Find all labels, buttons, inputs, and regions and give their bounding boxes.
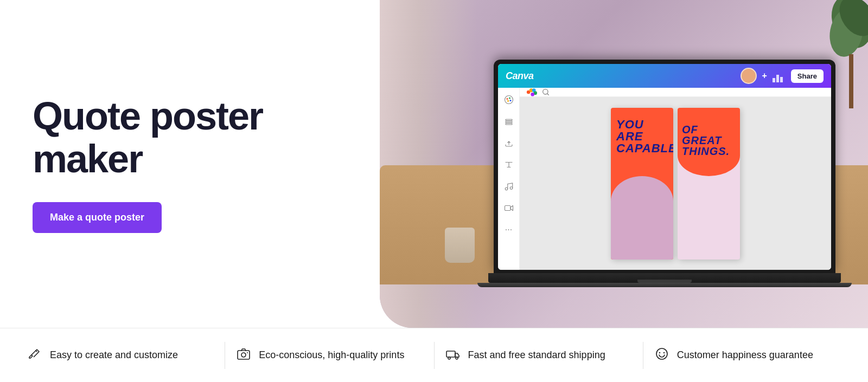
- editor-toolbar: [520, 88, 831, 97]
- svg-rect-9: [506, 119, 512, 120]
- hero-title-line1: Quote poster: [33, 94, 263, 138]
- user-avatar: [741, 68, 757, 84]
- svg-point-12: [505, 187, 508, 190]
- svg-rect-14: [505, 206, 510, 211]
- poster-1: YOU ARE CAPABLE: [611, 108, 673, 260]
- laptop-screen-wrapper: Canva + Share: [494, 60, 835, 273]
- coffee-cup: [445, 228, 475, 263]
- pencil-ruler-icon: [27, 346, 42, 365]
- footer-divider-3: [643, 342, 643, 369]
- svg-point-5: [506, 98, 508, 100]
- add-button[interactable]: +: [762, 71, 767, 81]
- canva-topbar: Canva + Share: [498, 64, 831, 88]
- footer-text-1: Easy to create and customize: [50, 349, 178, 361]
- hero-title-line2: maker: [33, 137, 142, 180]
- smile-icon: [654, 346, 669, 365]
- footer-divider-1: [225, 342, 225, 369]
- footer-text-4: Customer happiness guarantee: [677, 349, 813, 361]
- sidebar-more-icon[interactable]: ···: [502, 223, 515, 236]
- search-icon[interactable]: [541, 88, 550, 96]
- svg-rect-11: [506, 124, 512, 125]
- svg-point-8: [507, 100, 509, 102]
- footer-text-2: Eco-conscious, high-quality prints: [259, 349, 404, 361]
- svg-rect-26: [238, 351, 250, 359]
- laptop-bottom-edge: [477, 283, 852, 287]
- editor-sidebar: ···: [498, 88, 520, 270]
- svg-point-32: [656, 348, 667, 359]
- svg-point-6: [509, 98, 510, 99]
- svg-point-33: [659, 352, 660, 353]
- camera-icon: [236, 346, 251, 365]
- sidebar-text-icon[interactable]: [502, 158, 515, 171]
- footer-bar: Easy to create and customize Eco-conscio…: [0, 328, 868, 382]
- svg-point-28: [247, 352, 248, 353]
- canvas-area: YOU ARE CAPABLE OF GREAT THINGS.: [520, 97, 831, 270]
- svg-point-30: [448, 357, 450, 359]
- sidebar-upload-icon[interactable]: [502, 137, 515, 150]
- laptop-screen: Canva + Share: [498, 64, 831, 270]
- laptop: Canva + Share: [477, 60, 852, 287]
- laptop-base: [488, 273, 841, 283]
- svg-rect-10: [506, 121, 512, 122]
- poster-2: OF GREAT THINGS.: [678, 108, 740, 260]
- svg-point-7: [509, 100, 511, 101]
- footer-divider-2: [434, 342, 435, 369]
- poster-1-shape: [611, 176, 673, 260]
- editor-area: ···: [498, 88, 831, 270]
- color-palette-icon[interactable]: [526, 88, 537, 96]
- stats-icon: [773, 69, 786, 82]
- svg-point-34: [663, 352, 665, 353]
- share-button[interactable]: Share: [791, 69, 824, 83]
- truck-icon: [445, 346, 461, 365]
- footer-item-3: Fast and free standard shipping: [445, 346, 632, 365]
- cta-button[interactable]: Make a quote poster: [33, 202, 162, 233]
- sidebar-music-icon[interactable]: [502, 180, 515, 193]
- poster-1-text: YOU ARE CAPABLE: [616, 119, 668, 154]
- svg-point-4: [505, 96, 513, 104]
- sidebar-palette-icon[interactable]: [502, 93, 515, 106]
- footer-item-2: Eco-conscious, high-quality prints: [236, 346, 423, 365]
- footer-item-4: Customer happiness guarantee: [654, 346, 841, 365]
- hero-title: Quote poster maker: [33, 95, 347, 180]
- footer-item-1: Easy to create and customize: [27, 346, 214, 365]
- poster-2-text: OF GREAT THINGS.: [682, 124, 736, 157]
- footer-text-3: Fast and free standard shipping: [468, 349, 605, 361]
- right-panel: Canva + Share: [380, 0, 868, 328]
- svg-point-31: [456, 357, 458, 359]
- main-section: Quote poster maker Make a quote poster: [0, 0, 868, 328]
- sidebar-layers-icon[interactable]: [502, 115, 515, 128]
- editor-main: YOU ARE CAPABLE OF GREAT THINGS.: [520, 88, 831, 270]
- svg-rect-29: [446, 351, 455, 357]
- canva-logo: Canva: [506, 70, 534, 82]
- left-panel: Quote poster maker Make a quote poster: [0, 0, 380, 328]
- svg-point-13: [510, 187, 513, 190]
- svg-point-19: [531, 93, 534, 96]
- sidebar-video-icon[interactable]: [502, 202, 515, 215]
- svg-point-27: [241, 353, 246, 357]
